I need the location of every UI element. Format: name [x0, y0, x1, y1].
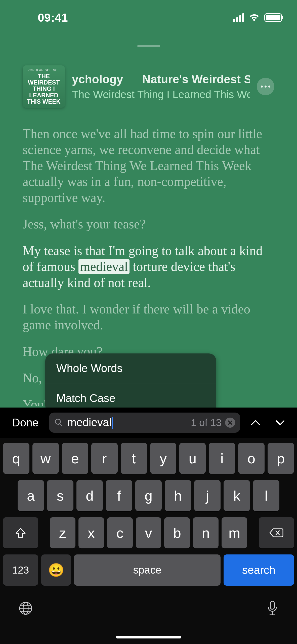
artwork-line: THING I — [33, 85, 55, 92]
search-input[interactable]: medieval — [67, 416, 187, 429]
dictation-key[interactable] — [266, 600, 279, 616]
key-z[interactable]: z — [50, 517, 75, 548]
artwork-small-label: POPULAR SCIENCE — [27, 68, 60, 72]
key-t[interactable]: t — [121, 443, 147, 474]
space-key[interactable]: space — [74, 554, 221, 586]
numbers-key[interactable]: 123 — [3, 554, 38, 586]
svg-rect-5 — [270, 601, 274, 609]
header-titles: ychology Nature's Weirdest Sleep E The W… — [72, 72, 250, 101]
artwork-line: WEIRDEST — [28, 79, 60, 86]
artwork-line: THIS WEEK — [27, 98, 60, 105]
key-d[interactable]: d — [76, 480, 103, 511]
battery-icon — [264, 13, 282, 22]
podcast-name[interactable]: The Weirdest Thing I Learned This Wee — [72, 89, 250, 101]
status-time: 09:41 — [38, 11, 68, 24]
key-v[interactable]: v — [136, 517, 161, 548]
find-bar: Done medieval 1 of 13 — [0, 408, 297, 438]
episode-title-part: ychology — [72, 72, 123, 86]
backspace-icon — [269, 528, 283, 538]
key-o[interactable]: o — [238, 443, 265, 474]
key-h[interactable]: h — [165, 480, 191, 511]
key-i[interactable]: i — [209, 443, 235, 474]
key-c[interactable]: c — [107, 517, 133, 548]
clear-search-button[interactable] — [225, 418, 235, 428]
keyboard-bottom-row — [3, 592, 294, 621]
artwork-line: LEARNED — [29, 92, 58, 99]
keyboard-row-3: zxcvbnm — [3, 517, 294, 548]
ellipsis-icon — [261, 86, 270, 88]
globe-icon — [18, 601, 33, 616]
globe-key[interactable] — [18, 601, 33, 616]
key-a[interactable]: a — [18, 480, 44, 511]
shift-key[interactable] — [3, 517, 38, 548]
x-icon — [227, 420, 233, 425]
chevron-up-icon — [249, 416, 262, 429]
key-u[interactable]: u — [179, 443, 206, 474]
key-p[interactable]: p — [268, 443, 294, 474]
keyboard-row-4: 123 😀 space search — [3, 554, 294, 586]
key-y[interactable]: y — [150, 443, 177, 474]
transcript-line[interactable]: I love that. I wonder if there will be a… — [23, 301, 274, 333]
key-b[interactable]: b — [164, 517, 190, 548]
key-m[interactable]: m — [222, 517, 247, 548]
key-s[interactable]: s — [47, 480, 73, 511]
key-l[interactable]: l — [253, 480, 279, 511]
episode-title-part: Nature's Weirdest Sleep — [142, 72, 250, 86]
key-q[interactable]: q — [3, 443, 29, 474]
search-key[interactable]: search — [224, 554, 294, 586]
svg-line-1 — [60, 424, 62, 426]
podcast-artwork[interactable]: POPULAR SCIENCE THE WEIRDEST THING I LEA… — [23, 65, 65, 108]
keyboard-row-2: asdfghjkl — [3, 480, 294, 511]
search-field[interactable]: medieval 1 of 13 — [49, 413, 240, 433]
artwork-line: THE — [38, 73, 50, 79]
episode-header: POPULAR SCIENCE THE WEIRDEST THING I LEA… — [0, 65, 297, 108]
key-j[interactable]: j — [194, 480, 221, 511]
wifi-icon — [249, 13, 260, 22]
sheet-grabber[interactable] — [137, 45, 160, 47]
status-bar: 09:41 — [0, 0, 297, 35]
menu-item-whole-words[interactable]: Whole Words — [45, 353, 216, 383]
mic-icon — [266, 600, 279, 616]
next-result-button[interactable] — [271, 416, 289, 429]
transcript-line[interactable]: Then once we've all had time to spin our… — [23, 126, 274, 206]
search-result-count: 1 of 13 — [191, 417, 222, 428]
key-f[interactable]: f — [106, 480, 132, 511]
key-w[interactable]: w — [32, 443, 59, 474]
search-input-value: medieval — [67, 416, 111, 428]
search-icon[interactable] — [54, 418, 64, 427]
done-button[interactable]: Done — [8, 416, 43, 429]
key-g[interactable]: g — [135, 480, 162, 511]
home-indicator[interactable] — [116, 636, 181, 638]
keyboard-row-1: qwertyuiop — [3, 443, 294, 474]
key-x[interactable]: x — [78, 517, 104, 548]
status-indicators — [233, 13, 282, 22]
emoji-key[interactable]: 😀 — [41, 554, 71, 586]
more-button[interactable] — [257, 78, 274, 95]
text-caret — [112, 417, 113, 429]
transcript-line[interactable]: Jess, what's your tease? — [23, 216, 274, 232]
chevron-down-icon — [274, 416, 286, 429]
search-options-menu: Whole Words Match Case — [45, 353, 216, 413]
key-n[interactable]: n — [193, 517, 219, 548]
key-r[interactable]: r — [91, 443, 118, 474]
backspace-key[interactable] — [259, 517, 294, 548]
keyboard: qwertyuiop asdfghjkl zxcvbnm 123 😀 space… — [0, 438, 297, 644]
key-k[interactable]: k — [224, 480, 250, 511]
transcript-line-active[interactable]: My tease is that I'm going to talk about… — [23, 243, 274, 291]
key-e[interactable]: e — [62, 443, 88, 474]
search-highlight: medieval — [78, 259, 130, 274]
prev-result-button[interactable] — [246, 416, 265, 429]
cellular-icon — [233, 13, 244, 22]
shift-icon — [15, 527, 27, 539]
